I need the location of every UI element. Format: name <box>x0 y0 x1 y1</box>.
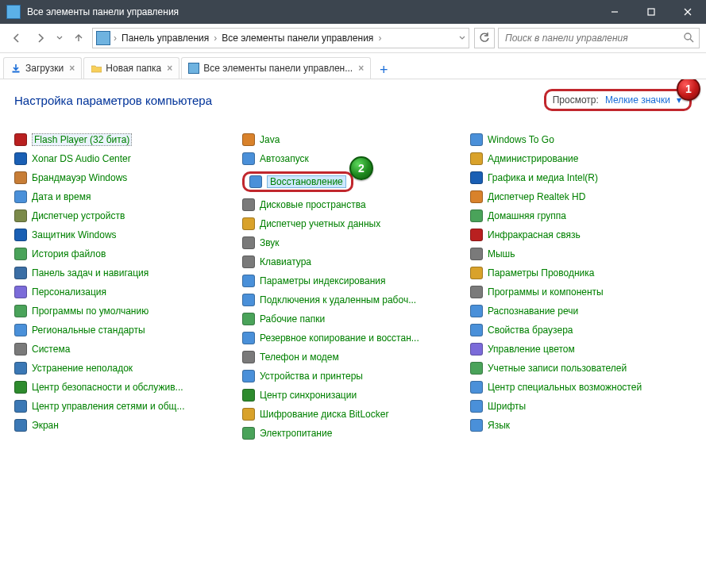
tab-label: Загрузки <box>25 63 64 74</box>
item-label: Защитник Windows <box>32 229 117 240</box>
item-label: Панель задач и навигация <box>32 267 149 279</box>
control-panel-item[interactable]: Java <box>242 133 464 146</box>
refresh-icon <box>479 33 490 44</box>
control-panel-item[interactable]: Домашняя группа <box>470 209 692 222</box>
item-label: Flash Player (32 бита) <box>32 133 132 146</box>
control-panel-item[interactable]: Дисковые пространства <box>242 198 464 211</box>
control-panel-item[interactable]: Электропитание <box>242 427 464 440</box>
control-panel-item[interactable]: Панель задач и навигация <box>14 267 236 279</box>
new-tab-button[interactable]: + <box>372 62 395 79</box>
tab-close-icon[interactable]: × <box>69 63 75 74</box>
item-icon <box>470 267 483 279</box>
control-panel-item[interactable]: Восстановление2 <box>242 171 353 192</box>
control-panel-item[interactable]: Программы и компоненты <box>470 286 692 298</box>
chevron-down-icon[interactable] <box>459 36 465 40</box>
address-bar[interactable]: › Панель управления › Все элементы панел… <box>92 28 469 48</box>
breadcrumb-1[interactable]: Панель управления <box>118 33 212 44</box>
tab-label: Все элементы панели управлен... <box>203 63 353 74</box>
search-box[interactable] <box>498 28 700 48</box>
item-label: Диспетчер Realtek HD <box>488 191 585 202</box>
control-panel-item[interactable]: Подключения к удаленным рабоч... <box>242 294 464 306</box>
item-label: Мышь <box>488 248 515 259</box>
item-label: Параметры Проводника <box>488 267 594 279</box>
control-panel-item[interactable]: Мышь <box>470 248 692 260</box>
control-panel-item[interactable]: Flash Player (32 бита) <box>14 133 236 146</box>
view-selector[interactable]: Просмотр: Мелкие значки ▾ 1 <box>544 89 692 111</box>
control-panel-item[interactable]: Шрифты <box>470 400 692 413</box>
item-label: Звук <box>260 237 280 248</box>
svg-line-5 <box>690 39 693 42</box>
item-label: Центр безопасности и обслужив... <box>32 382 183 393</box>
control-panel-item[interactable]: Центр безопасности и обслужив... <box>14 381 236 394</box>
control-panel-item[interactable]: Экран <box>14 419 236 432</box>
minimize-button[interactable] <box>596 0 633 24</box>
up-button[interactable] <box>68 28 89 48</box>
control-panel-item[interactable]: Управление цветом <box>470 343 692 355</box>
tabstrip: Загрузки × Новая папка × Все элементы па… <box>0 53 706 79</box>
control-panel-item[interactable]: История файлов <box>14 248 236 260</box>
control-panel-item[interactable]: Система <box>14 343 236 355</box>
breadcrumb-sep: › <box>114 33 117 44</box>
item-icon <box>242 256 255 268</box>
tab-new-folder[interactable]: Новая папка × <box>83 57 179 79</box>
search-icon[interactable] <box>683 32 694 45</box>
recent-dropdown[interactable] <box>54 28 65 48</box>
tab-control-panel[interactable]: Все элементы панели управлен... × <box>181 57 371 79</box>
control-panel-item[interactable]: Телефон и модем <box>242 351 464 363</box>
item-icon <box>14 343 27 355</box>
control-panel-item[interactable]: Свойства браузера <box>470 324 692 336</box>
item-icon <box>249 175 262 188</box>
item-icon <box>242 236 255 249</box>
control-panel-item[interactable]: Региональные стандарты <box>14 324 236 336</box>
tab-close-icon[interactable]: × <box>167 63 172 74</box>
control-panel-item[interactable]: Рабочие папки <box>242 313 464 325</box>
control-panel-item[interactable]: Брандмауэр Windows <box>14 171 236 184</box>
breadcrumb-2[interactable]: Все элементы панели управления <box>218 33 376 44</box>
control-panel-item[interactable]: Учетные записи пользователей <box>470 362 692 375</box>
control-panel-item[interactable]: Администрирование <box>470 152 692 165</box>
control-panel-item[interactable]: Распознавание речи <box>470 305 692 317</box>
item-icon <box>470 190 483 203</box>
item-icon <box>14 400 27 413</box>
search-input[interactable] <box>503 32 683 44</box>
item-icon <box>14 362 27 375</box>
item-icon <box>14 286 27 298</box>
control-panel-item[interactable]: Дата и время <box>14 190 236 203</box>
item-icon <box>470 343 483 355</box>
control-panel-item[interactable]: Резервное копирование и восстан... <box>242 332 464 344</box>
items-column: Flash Player (32 бита)Xonar DS Audio Cen… <box>14 133 236 440</box>
control-panel-item[interactable]: Клавиатура <box>242 256 464 268</box>
back-button[interactable] <box>6 28 27 48</box>
control-panel-item[interactable]: Устройства и принтеры <box>242 370 464 382</box>
control-panel-item[interactable]: Центр специальных возможностей <box>470 381 692 394</box>
item-icon <box>14 229 27 241</box>
forward-button[interactable] <box>30 28 51 48</box>
control-panel-item[interactable]: Диспетчер устройств <box>14 209 236 222</box>
control-panel-item[interactable]: Инфракрасная связь <box>470 229 692 241</box>
maximize-button[interactable] <box>633 0 669 24</box>
control-panel-item[interactable]: Персонализация <box>14 286 236 298</box>
control-panel-item[interactable]: Параметры Проводника <box>470 267 692 279</box>
refresh-button[interactable] <box>474 28 495 48</box>
control-panel-item[interactable]: Центр управления сетями и общ... <box>14 400 236 413</box>
close-button[interactable] <box>669 0 706 24</box>
control-panel-item[interactable]: Язык <box>470 419 692 432</box>
control-panel-item[interactable]: Графика и медиа Intel(R) <box>470 171 692 184</box>
control-panel-item[interactable]: Звук <box>242 236 464 249</box>
tab-downloads[interactable]: Загрузки × <box>3 57 82 79</box>
control-panel-item[interactable]: Windows To Go <box>470 133 692 146</box>
control-panel-item[interactable]: Параметры индексирования <box>242 275 464 287</box>
control-panel-item[interactable]: Xonar DS Audio Center <box>14 152 236 165</box>
tab-close-icon[interactable]: × <box>358 63 364 74</box>
annotation-marker-1: 1 <box>677 79 700 101</box>
item-icon <box>242 133 255 146</box>
control-panel-item[interactable]: Устранение неполадок <box>14 362 236 375</box>
control-panel-item[interactable]: Шифрование диска BitLocker <box>242 408 464 421</box>
panel-icon <box>96 31 110 45</box>
control-panel-item[interactable]: Программы по умолчанию <box>14 305 236 317</box>
control-panel-item[interactable]: Диспетчер учетных данных <box>242 217 464 230</box>
control-panel-item[interactable]: Диспетчер Realtek HD <box>470 190 692 203</box>
item-label: Телефон и модем <box>260 352 339 363</box>
control-panel-item[interactable]: Центр синхронизации <box>242 389 464 402</box>
control-panel-item[interactable]: Защитник Windows <box>14 229 236 241</box>
